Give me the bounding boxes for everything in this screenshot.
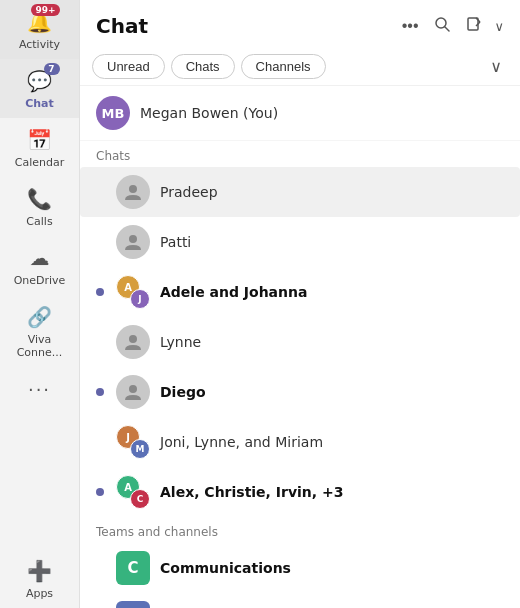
patti-avatar	[116, 225, 150, 259]
header-actions: ••• ∨	[398, 12, 504, 40]
us-sales-icon: US	[116, 601, 150, 608]
chat-row-alex-christie-irvin[interactable]: A C Alex, Christie, Irvin, +3	[80, 467, 520, 517]
no-dot-joni	[96, 438, 104, 446]
chat-row-adele-johanna[interactable]: A J Adele and Johanna	[80, 267, 520, 317]
chat-list: MB Megan Bowen (You) Chats Pradeep Patti	[80, 86, 520, 608]
channel-row-communications[interactable]: C Communications	[80, 543, 520, 593]
svg-rect-2	[468, 18, 478, 30]
activity-badge: 99+	[31, 4, 59, 16]
teams-section-header: Teams and channels	[80, 517, 520, 543]
unread-dot-adele	[96, 288, 104, 296]
page-title: Chat	[96, 14, 390, 38]
communications-name: Communications	[160, 560, 291, 576]
channel-row-us-sales[interactable]: US U.S. Sales	[80, 593, 520, 608]
more-options-button[interactable]: •••	[398, 13, 423, 39]
onedrive-icon: ☁	[30, 246, 50, 270]
svg-line-1	[445, 27, 449, 31]
joni-lynne-miriam-avatar: J M	[116, 425, 150, 459]
sidebar-item-onedrive-label: OneDrive	[14, 274, 66, 287]
sidebar-item-onedrive[interactable]: ☁ OneDrive	[0, 236, 79, 295]
sidebar: 🔔 99+ Activity 💬 7 Chat 📅 Calendar 📞 Cal…	[0, 0, 80, 608]
chat-badge: 7	[44, 63, 60, 75]
megan-row[interactable]: MB Megan Bowen (You)	[80, 86, 520, 141]
sidebar-item-viva[interactable]: 🔗 Viva Conne...	[0, 295, 79, 367]
sidebar-item-calls[interactable]: 📞 Calls	[0, 177, 79, 236]
no-dot-pradeep	[96, 188, 104, 196]
chat-row-diego[interactable]: Diego	[80, 367, 520, 417]
sidebar-item-viva-label: Viva Conne...	[4, 333, 75, 359]
sidebar-item-apps[interactable]: ➕ Apps	[0, 549, 79, 608]
adele-johanna-avatar: A J	[116, 275, 150, 309]
svg-point-5	[129, 335, 137, 343]
megan-avatar: MB	[96, 96, 130, 130]
compose-button[interactable]	[462, 12, 486, 40]
chat-row-lynne[interactable]: Lynne	[80, 317, 520, 367]
sidebar-item-more[interactable]: ···	[0, 367, 79, 411]
sidebar-item-chat[interactable]: 💬 7 Chat	[0, 59, 79, 118]
sidebar-item-calls-label: Calls	[26, 215, 52, 228]
main-panel: Chat •••	[80, 0, 520, 608]
lynne-avatar	[116, 325, 150, 359]
communications-icon-letter: C	[127, 559, 138, 577]
more-options-icon: •••	[402, 17, 419, 35]
filter-unread[interactable]: Unread	[92, 54, 165, 79]
no-dot-patti	[96, 238, 104, 246]
sidebar-item-calendar-label: Calendar	[15, 156, 64, 169]
alex-christie-irvin-name: Alex, Christie, Irvin, +3	[160, 484, 504, 500]
unread-dot-alex	[96, 488, 104, 496]
no-dot-communications	[96, 564, 104, 572]
search-button[interactable]	[430, 12, 454, 40]
filter-channels[interactable]: Channels	[241, 54, 326, 79]
apps-icon: ➕	[27, 559, 52, 583]
pradeep-avatar	[116, 175, 150, 209]
calendar-icon: 📅	[27, 128, 52, 152]
sidebar-item-activity[interactable]: 🔔 99+ Activity	[0, 0, 79, 59]
viva-icon: 🔗	[27, 305, 52, 329]
chat-row-joni-lynne-miriam[interactable]: J M Joni, Lynne, and Miriam	[80, 417, 520, 467]
unread-dot-diego	[96, 388, 104, 396]
svg-point-6	[129, 385, 137, 393]
filter-chats[interactable]: Chats	[171, 54, 235, 79]
svg-point-4	[129, 235, 137, 243]
chats-section-header: Chats	[80, 141, 520, 167]
filter-bar: Unread Chats Channels ∨	[80, 48, 520, 86]
communications-icon: C	[116, 551, 150, 585]
joni-lynne-miriam-name: Joni, Lynne, and Miriam	[160, 434, 504, 450]
diego-name: Diego	[160, 384, 504, 400]
sidebar-item-chat-label: Chat	[25, 97, 54, 110]
more-icon: ···	[28, 379, 51, 400]
svg-point-3	[129, 185, 137, 193]
adele-johanna-name: Adele and Johanna	[160, 284, 504, 300]
compose-icon	[466, 16, 482, 36]
chat-header: Chat •••	[80, 0, 520, 48]
compose-expand-icon: ∨	[494, 19, 504, 34]
megan-name: Megan Bowen (You)	[140, 105, 278, 121]
pradeep-name: Pradeep	[160, 184, 504, 200]
chat-row-patti[interactable]: Patti	[80, 217, 520, 267]
diego-avatar	[116, 375, 150, 409]
sidebar-item-calendar[interactable]: 📅 Calendar	[0, 118, 79, 177]
chat-row-pradeep[interactable]: Pradeep	[80, 167, 520, 217]
sidebar-item-activity-label: Activity	[19, 38, 60, 51]
no-dot-lynne	[96, 338, 104, 346]
lynne-name: Lynne	[160, 334, 504, 350]
sidebar-item-apps-label: Apps	[26, 587, 53, 600]
filter-expand-icon[interactable]: ∨	[484, 55, 508, 78]
alex-christie-irvin-avatar: A C	[116, 475, 150, 509]
patti-name: Patti	[160, 234, 504, 250]
calls-icon: 📞	[27, 187, 52, 211]
search-icon	[434, 16, 450, 36]
